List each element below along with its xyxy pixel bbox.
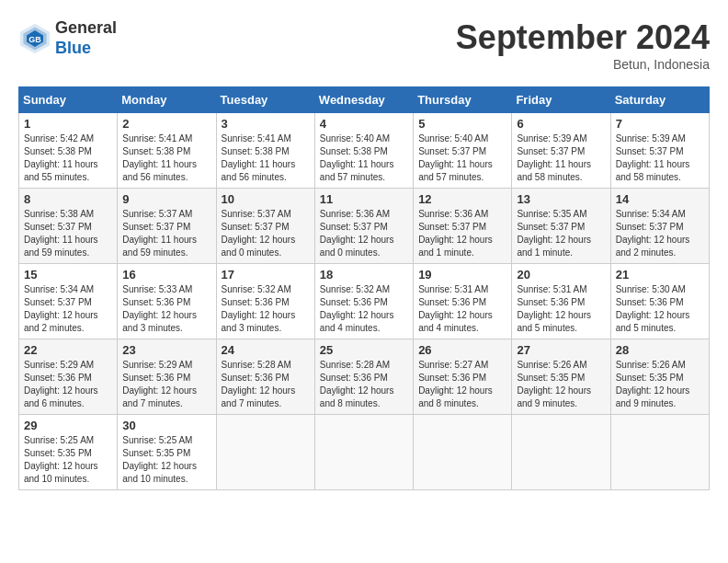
day-cell: 21 Sunrise: 5:30 AMSunset: 5:36 PMDaylig… bbox=[610, 264, 709, 339]
day-cell: 24 Sunrise: 5:28 AMSunset: 5:36 PMDaylig… bbox=[216, 339, 314, 415]
day-info: Sunrise: 5:36 AMSunset: 5:37 PMDaylight:… bbox=[320, 208, 408, 259]
day-info: Sunrise: 5:29 AMSunset: 5:36 PMDaylight:… bbox=[122, 359, 210, 410]
day-number: 12 bbox=[418, 192, 506, 206]
day-info: Sunrise: 5:26 AMSunset: 5:35 PMDaylight:… bbox=[616, 359, 704, 410]
day-info: Sunrise: 5:35 AMSunset: 5:37 PMDaylight:… bbox=[517, 208, 605, 259]
day-info: Sunrise: 5:32 AMSunset: 5:36 PMDaylight:… bbox=[222, 283, 310, 335]
day-cell: 23 Sunrise: 5:29 AMSunset: 5:36 PMDaylig… bbox=[118, 339, 216, 415]
day-cell: 13 Sunrise: 5:35 AMSunset: 5:37 PMDaylig… bbox=[512, 189, 610, 264]
day-cell: 30 Sunrise: 5:25 AMSunset: 5:35 PMDaylig… bbox=[118, 415, 216, 490]
day-number: 11 bbox=[320, 192, 408, 206]
day-info: Sunrise: 5:31 AMSunset: 5:36 PMDaylight:… bbox=[418, 283, 506, 335]
day-number: 10 bbox=[222, 192, 310, 206]
day-cell: 9 Sunrise: 5:37 AMSunset: 5:37 PMDayligh… bbox=[118, 189, 216, 264]
week-row-2: 8 Sunrise: 5:38 AMSunset: 5:37 PMDayligh… bbox=[19, 189, 710, 264]
week-row-5: 29 Sunrise: 5:25 AMSunset: 5:35 PMDaylig… bbox=[19, 415, 710, 490]
day-info: Sunrise: 5:30 AMSunset: 5:36 PMDaylight:… bbox=[616, 283, 704, 335]
title-block: September 2024 Betun, Indonesia bbox=[456, 18, 710, 72]
day-info: Sunrise: 5:32 AMSunset: 5:36 PMDaylight:… bbox=[320, 283, 408, 335]
day-number: 3 bbox=[222, 117, 310, 131]
day-cell: 15 Sunrise: 5:34 AMSunset: 5:37 PMDaylig… bbox=[19, 264, 118, 339]
day-info: Sunrise: 5:40 AMSunset: 5:38 PMDaylight:… bbox=[320, 132, 408, 184]
col-thursday: Thursday bbox=[414, 87, 512, 113]
day-info: Sunrise: 5:39 AMSunset: 5:37 PMDaylight:… bbox=[616, 132, 704, 184]
day-info: Sunrise: 5:38 AMSunset: 5:37 PMDaylight:… bbox=[24, 208, 112, 259]
day-cell: 5 Sunrise: 5:40 AMSunset: 5:37 PMDayligh… bbox=[414, 113, 512, 189]
header-row: Sunday Monday Tuesday Wednesday Thursday… bbox=[19, 87, 710, 113]
day-info: Sunrise: 5:26 AMSunset: 5:35 PMDaylight:… bbox=[517, 359, 605, 410]
day-number: 22 bbox=[24, 343, 112, 357]
day-cell: 20 Sunrise: 5:31 AMSunset: 5:36 PMDaylig… bbox=[512, 264, 610, 339]
day-cell: 22 Sunrise: 5:29 AMSunset: 5:36 PMDaylig… bbox=[19, 339, 118, 415]
day-info: Sunrise: 5:25 AMSunset: 5:35 PMDaylight:… bbox=[122, 434, 210, 486]
day-cell: 10 Sunrise: 5:37 AMSunset: 5:37 PMDaylig… bbox=[216, 189, 314, 264]
day-info: Sunrise: 5:28 AMSunset: 5:36 PMDaylight:… bbox=[222, 359, 310, 410]
page-header: GB GeneralBlue September 2024 Betun, Ind… bbox=[18, 18, 710, 72]
col-tuesday: Tuesday bbox=[216, 87, 314, 113]
day-cell: 11 Sunrise: 5:36 AMSunset: 5:37 PMDaylig… bbox=[314, 189, 413, 264]
day-cell: 1 Sunrise: 5:42 AMSunset: 5:38 PMDayligh… bbox=[19, 113, 118, 189]
day-cell: 7 Sunrise: 5:39 AMSunset: 5:37 PMDayligh… bbox=[610, 113, 709, 189]
day-number: 23 bbox=[122, 343, 210, 357]
day-info: Sunrise: 5:40 AMSunset: 5:37 PMDaylight:… bbox=[418, 132, 506, 184]
day-cell: 2 Sunrise: 5:41 AMSunset: 5:38 PMDayligh… bbox=[118, 113, 216, 189]
day-number: 1 bbox=[24, 117, 112, 131]
day-number: 18 bbox=[320, 268, 408, 282]
day-cell: 16 Sunrise: 5:33 AMSunset: 5:36 PMDaylig… bbox=[118, 264, 216, 339]
day-number: 28 bbox=[616, 343, 704, 357]
day-number: 7 bbox=[616, 117, 704, 131]
day-cell: 12 Sunrise: 5:36 AMSunset: 5:37 PMDaylig… bbox=[414, 189, 512, 264]
week-row-4: 22 Sunrise: 5:29 AMSunset: 5:36 PMDaylig… bbox=[19, 339, 710, 415]
location: Betun, Indonesia bbox=[456, 57, 710, 72]
day-cell: 19 Sunrise: 5:31 AMSunset: 5:36 PMDaylig… bbox=[414, 264, 512, 339]
day-cell bbox=[512, 415, 610, 490]
week-row-1: 1 Sunrise: 5:42 AMSunset: 5:38 PMDayligh… bbox=[19, 113, 710, 189]
day-cell bbox=[216, 415, 314, 490]
day-info: Sunrise: 5:34 AMSunset: 5:37 PMDaylight:… bbox=[24, 283, 112, 335]
logo-text: GeneralBlue bbox=[55, 18, 117, 58]
day-number: 9 bbox=[122, 192, 210, 206]
day-number: 19 bbox=[418, 268, 506, 282]
day-info: Sunrise: 5:33 AMSunset: 5:36 PMDaylight:… bbox=[122, 283, 210, 335]
day-info: Sunrise: 5:39 AMSunset: 5:37 PMDaylight:… bbox=[517, 132, 605, 184]
day-number: 16 bbox=[122, 268, 210, 282]
day-number: 29 bbox=[24, 419, 112, 432]
day-cell: 6 Sunrise: 5:39 AMSunset: 5:37 PMDayligh… bbox=[512, 113, 610, 189]
day-number: 24 bbox=[222, 343, 310, 357]
day-cell: 27 Sunrise: 5:26 AMSunset: 5:35 PMDaylig… bbox=[512, 339, 610, 415]
day-cell: 8 Sunrise: 5:38 AMSunset: 5:37 PMDayligh… bbox=[19, 189, 118, 264]
day-info: Sunrise: 5:37 AMSunset: 5:37 PMDaylight:… bbox=[222, 208, 310, 259]
day-number: 26 bbox=[418, 343, 506, 357]
day-info: Sunrise: 5:37 AMSunset: 5:37 PMDaylight:… bbox=[122, 208, 210, 259]
day-cell: 28 Sunrise: 5:26 AMSunset: 5:35 PMDaylig… bbox=[610, 339, 709, 415]
calendar-table: Sunday Monday Tuesday Wednesday Thursday… bbox=[18, 86, 710, 490]
day-number: 6 bbox=[517, 117, 605, 131]
day-cell bbox=[314, 415, 413, 490]
day-number: 30 bbox=[122, 419, 210, 432]
day-number: 27 bbox=[517, 343, 605, 357]
day-info: Sunrise: 5:42 AMSunset: 5:38 PMDaylight:… bbox=[24, 132, 112, 184]
day-info: Sunrise: 5:36 AMSunset: 5:37 PMDaylight:… bbox=[418, 208, 506, 259]
day-number: 25 bbox=[320, 343, 408, 357]
day-cell: 29 Sunrise: 5:25 AMSunset: 5:35 PMDaylig… bbox=[19, 415, 118, 490]
week-row-3: 15 Sunrise: 5:34 AMSunset: 5:37 PMDaylig… bbox=[19, 264, 710, 339]
day-info: Sunrise: 5:25 AMSunset: 5:35 PMDaylight:… bbox=[24, 434, 112, 486]
day-number: 21 bbox=[616, 268, 704, 282]
day-cell: 17 Sunrise: 5:32 AMSunset: 5:36 PMDaylig… bbox=[216, 264, 314, 339]
logo-icon: GB bbox=[18, 22, 51, 55]
logo: GB GeneralBlue bbox=[18, 18, 117, 58]
col-wednesday: Wednesday bbox=[314, 87, 413, 113]
day-cell: 3 Sunrise: 5:41 AMSunset: 5:38 PMDayligh… bbox=[216, 113, 314, 189]
day-number: 4 bbox=[320, 117, 408, 131]
day-info: Sunrise: 5:29 AMSunset: 5:36 PMDaylight:… bbox=[24, 359, 112, 410]
col-monday: Monday bbox=[118, 87, 216, 113]
col-sunday: Sunday bbox=[19, 87, 118, 113]
day-number: 20 bbox=[517, 268, 605, 282]
col-friday: Friday bbox=[512, 87, 610, 113]
day-cell: 26 Sunrise: 5:27 AMSunset: 5:36 PMDaylig… bbox=[414, 339, 512, 415]
day-cell bbox=[414, 415, 512, 490]
day-cell bbox=[610, 415, 709, 490]
day-number: 17 bbox=[222, 268, 310, 282]
day-info: Sunrise: 5:41 AMSunset: 5:38 PMDaylight:… bbox=[222, 132, 310, 184]
day-number: 15 bbox=[24, 268, 112, 282]
